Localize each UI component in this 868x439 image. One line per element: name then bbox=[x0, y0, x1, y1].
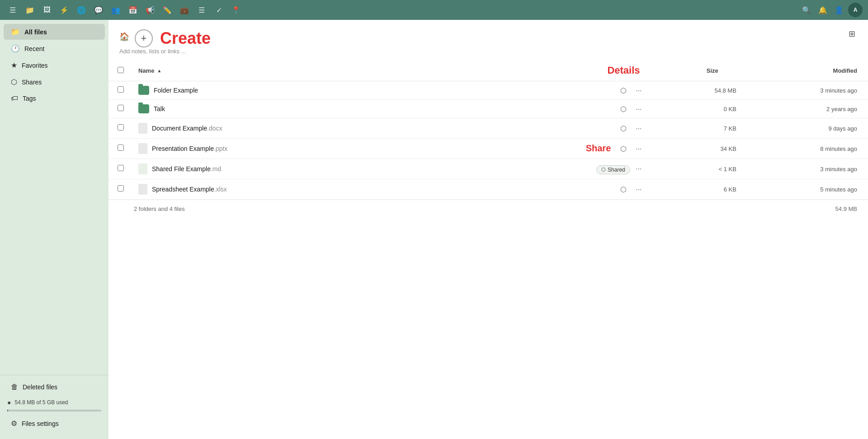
more-button[interactable]: ··· bbox=[632, 184, 645, 196]
file-name[interactable]: Folder Example bbox=[154, 87, 198, 94]
file-name[interactable]: Spreadsheet Example.xlsx bbox=[152, 186, 227, 193]
storage-bar-bg bbox=[7, 410, 101, 411]
file-modified: 5 minutes ago bbox=[820, 186, 857, 193]
user-icon[interactable]: 👤 bbox=[832, 3, 846, 17]
file-size: 6 KB bbox=[724, 186, 736, 193]
briefcase-icon[interactable]: 💼 bbox=[177, 3, 192, 17]
storage-icon: ● bbox=[7, 399, 11, 406]
hamburger-icon[interactable]: ☰ bbox=[5, 3, 20, 17]
row-size-cell: 7 KB bbox=[649, 118, 745, 139]
select-all-header bbox=[108, 60, 131, 81]
file-name[interactable]: Presentation Example.pptx bbox=[152, 145, 227, 152]
file-name[interactable]: Shared File Example.md bbox=[152, 165, 221, 173]
files-table: Name ▲ Details Size Mod bbox=[108, 60, 868, 200]
details-label: Details bbox=[607, 65, 640, 76]
row-actions-cell: ⬡ Shared ··· bbox=[509, 159, 649, 179]
check-icon[interactable]: ✓ bbox=[212, 3, 226, 17]
col-size-label: Size bbox=[707, 67, 718, 74]
sidebar-item-tags[interactable]: 🏷 Tags bbox=[4, 91, 105, 106]
file-name-wrap: Shared File Example.md bbox=[131, 159, 509, 179]
row-checkbox[interactable] bbox=[118, 105, 124, 111]
file-modified: 9 days ago bbox=[828, 125, 857, 132]
create-button[interactable]: + bbox=[135, 29, 153, 47]
md-icon bbox=[138, 163, 147, 174]
location-icon[interactable]: 📍 bbox=[229, 3, 243, 17]
share-icon: ⬡ bbox=[11, 78, 17, 86]
share-button[interactable]: ⬡ bbox=[617, 122, 630, 135]
create-row: + Create bbox=[135, 29, 211, 48]
more-button[interactable]: ··· bbox=[632, 103, 645, 115]
file-name[interactable]: Talk bbox=[154, 105, 165, 112]
avatar[interactable]: A bbox=[848, 3, 863, 17]
calendar-icon[interactable]: 📅 bbox=[126, 3, 140, 17]
row-checkbox[interactable] bbox=[118, 124, 124, 131]
sidebar-item-shares[interactable]: ⬡ Shares bbox=[4, 74, 105, 90]
content-area: 🏠 + Create ⊞ Add notes, lists or links .… bbox=[108, 20, 868, 439]
row-modified-cell: 5 minutes ago bbox=[745, 179, 868, 200]
notification-icon[interactable]: 🔔 bbox=[816, 3, 830, 17]
row-checkbox[interactable] bbox=[118, 86, 124, 93]
shared-badge[interactable]: ⬡ Shared bbox=[596, 165, 630, 174]
col-name-header[interactable]: Name ▲ bbox=[131, 60, 242, 81]
file-ext: .docx bbox=[207, 125, 222, 132]
total-size: 54.9 MB bbox=[835, 205, 857, 212]
sidebar-item-settings[interactable]: ⚙ Files settings bbox=[4, 416, 105, 431]
globe-icon[interactable]: 🌐 bbox=[74, 3, 89, 17]
grid-toggle-icon[interactable]: ⊞ bbox=[847, 28, 857, 40]
photos-icon[interactable]: 🖼 bbox=[40, 3, 54, 17]
sidebar-item-recent[interactable]: 🕐 Recent bbox=[4, 41, 105, 56]
activity-icon[interactable]: ⚡ bbox=[57, 3, 71, 17]
more-button[interactable]: ··· bbox=[632, 85, 645, 97]
sidebar-item-favorites[interactable]: ★ Favorites bbox=[4, 57, 105, 73]
speaker-icon[interactable]: 📢 bbox=[143, 3, 157, 17]
gear-icon: ⚙ bbox=[11, 419, 17, 428]
row-checkbox-cell bbox=[108, 100, 131, 118]
table-row: Spreadsheet Example.xlsx ⬡ ··· 6 KB 5 mi… bbox=[108, 179, 868, 200]
file-name-wrap: Document Example.docx bbox=[131, 118, 509, 138]
row-modified-cell: 2 years ago bbox=[745, 100, 868, 118]
share-button[interactable]: ⬡ bbox=[617, 103, 630, 115]
table-row: Document Example.docx ⬡ ··· 7 KB 9 days … bbox=[108, 118, 868, 139]
sidebar-item-deleted[interactable]: 🗑 Deleted files bbox=[4, 379, 105, 395]
storage-bar-fill bbox=[7, 410, 8, 411]
row-checkbox[interactable] bbox=[118, 145, 124, 151]
doc-icon bbox=[138, 123, 147, 134]
col-details-annotation: Details bbox=[509, 60, 649, 81]
more-button[interactable]: ··· bbox=[632, 143, 645, 155]
topbar: ☰ 📁 🖼 ⚡ 🌐 💬 👥 📅 📢 ✏️ 💼 ☰ ✓ 📍 🔍 🔔 👤 A bbox=[0, 0, 868, 20]
sidebar-item-all-files[interactable]: 📁 All files bbox=[4, 24, 105, 40]
sidebar-item-label: All files bbox=[24, 28, 47, 36]
row-checkbox[interactable] bbox=[118, 185, 124, 191]
row-size-cell: 0 KB bbox=[649, 100, 745, 118]
sidebar-item-label: Recent bbox=[24, 45, 44, 52]
shared-icon: ⬡ bbox=[601, 167, 606, 173]
deleted-files-label: Deleted files bbox=[23, 383, 57, 391]
folder-icon bbox=[138, 86, 149, 95]
storage-text: 54.8 MB of 5 GB used bbox=[14, 399, 68, 406]
trash-icon: 🗑 bbox=[11, 383, 18, 391]
select-all-checkbox[interactable] bbox=[118, 67, 124, 73]
search-icon[interactable]: 🔍 bbox=[799, 3, 814, 17]
row-checkbox[interactable] bbox=[118, 165, 124, 171]
table-row: Shared File Example.md ⬡ Shared ··· < 1 … bbox=[108, 159, 868, 179]
file-name-wrap: Talk bbox=[131, 100, 509, 118]
sidebar: 📁 All files 🕐 Recent ★ Favorites ⬡ Share… bbox=[0, 20, 108, 439]
share-button[interactable]: ⬡ bbox=[617, 183, 630, 196]
files-icon[interactable]: 📁 bbox=[23, 3, 37, 17]
chat-icon[interactable]: 💬 bbox=[91, 3, 106, 17]
home-icon[interactable]: 🏠 bbox=[119, 32, 129, 42]
contacts-icon[interactable]: 👥 bbox=[108, 3, 123, 17]
files-settings-label: Files settings bbox=[22, 420, 59, 427]
more-button[interactable]: ··· bbox=[632, 123, 645, 135]
pencil-icon[interactable]: ✏️ bbox=[160, 3, 175, 17]
share-button[interactable]: ⬡ bbox=[617, 143, 630, 155]
file-name[interactable]: Document Example.docx bbox=[152, 125, 222, 132]
list-icon[interactable]: ☰ bbox=[194, 3, 209, 17]
file-size: < 1 KB bbox=[718, 166, 736, 173]
folder-icon bbox=[138, 104, 149, 113]
col-spacer bbox=[242, 60, 509, 81]
more-button[interactable]: ··· bbox=[632, 163, 645, 175]
file-size: 7 KB bbox=[724, 125, 736, 132]
file-size: 34 KB bbox=[720, 145, 736, 152]
share-button[interactable]: ⬡ bbox=[617, 84, 630, 97]
